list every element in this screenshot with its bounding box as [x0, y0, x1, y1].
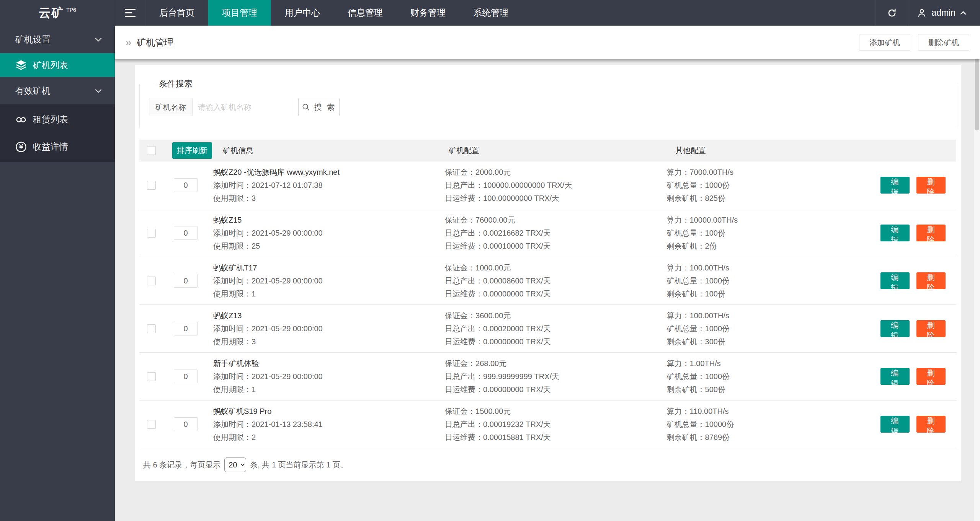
logo-text: 云矿 [39, 5, 64, 21]
nav-item[interactable]: 项目管理 [208, 0, 271, 26]
sort-order-input[interactable] [174, 322, 198, 335]
sort-refresh-button[interactable]: 排序刷新 [172, 142, 212, 159]
daily-fee-label: 日运维费： [445, 385, 483, 394]
other-config-cell: 算力：1.00TH/s 矿机总量：1000份 剩余矿机：500份 [667, 357, 880, 396]
group-label: 矿机设置 [15, 34, 51, 46]
sort-order-input[interactable] [174, 274, 198, 288]
daily-fee-value: 100.00000000 TRX/天 [483, 194, 559, 202]
daily-output-line: 日总产出：999.99999999 TRX/天 [445, 370, 667, 383]
hashrate-label: 算力： [667, 264, 690, 272]
edit-button[interactable]: 编辑 [880, 272, 910, 289]
remaining-line: 剩余矿机：500份 [667, 383, 880, 396]
sidebar-item-lease-list[interactable]: 租赁列表 [0, 106, 115, 133]
sort-order-input[interactable] [174, 178, 198, 192]
machine-name-input[interactable] [193, 98, 291, 116]
use-period-value: 2 [252, 433, 256, 441]
machine-table: 排序刷新 矿机信息 矿机配置 其他配置 蚂蚁Z20 -优选源码库 www.yxy… [139, 140, 956, 448]
daily-fee-line: 日运维费：0.00015881 TRX/天 [445, 431, 667, 444]
delete-machine-button[interactable]: 删除矿机 [918, 34, 969, 51]
logo-badge: TP6 [66, 7, 76, 13]
remaining-value: 100份 [705, 290, 725, 298]
user-menu[interactable]: admin [908, 0, 980, 26]
refresh-button[interactable] [876, 0, 908, 26]
sort-order-input[interactable] [174, 417, 198, 431]
deposit-value: 1500.00元 [475, 407, 511, 415]
deposit-label: 保证金： [445, 407, 475, 415]
delete-button[interactable]: 删除 [916, 368, 946, 385]
sort-order-input[interactable] [174, 370, 198, 383]
machine-info-cell: 蚂蚁Z20 -优选源码库 www.yxymk.net 添加时间：2021-07-… [213, 166, 445, 205]
row-actions: 编辑 删除 [880, 416, 946, 433]
daily-fee-line: 日运维费：100.00000000 TRX/天 [445, 192, 667, 205]
other-config-cell: 算力：110.00TH/s 矿机总量：10000份 剩余矿机：8769份 [667, 405, 880, 444]
row-checkbox[interactable] [147, 181, 156, 190]
delete-button[interactable]: 删除 [916, 416, 946, 433]
row-checkbox[interactable] [147, 420, 156, 429]
page-size-select[interactable]: 20 [224, 458, 246, 472]
daily-output-value: 0.00020000 TRX/天 [483, 324, 551, 333]
add-machine-button[interactable]: 添加矿机 [859, 34, 910, 51]
machine-config-cell: 保证金：2000.00元 日总产出：100000.00000000 TRX/天 … [445, 166, 667, 205]
sidebar-item-machine-list[interactable]: 矿机列表 [0, 53, 115, 77]
added-time-label: 添加时间： [213, 420, 252, 428]
edit-button[interactable]: 编辑 [880, 320, 910, 337]
daily-output-value: 100000.00000000 TRX/天 [483, 181, 572, 189]
deposit-line: 保证金：1500.00元 [445, 405, 667, 418]
sidebar-group-machine-settings[interactable]: 矿机设置 [0, 26, 115, 53]
hashrate-label: 算力： [667, 216, 690, 224]
remaining-line: 剩余矿机：8769份 [667, 431, 880, 444]
daily-fee-line: 日运维费：0.00000000 TRX/天 [445, 383, 667, 396]
machine-name: 新手矿机体验 [213, 357, 445, 370]
use-period-value: 1 [252, 290, 256, 298]
search-panel-title: 条件搜索 [155, 78, 196, 90]
deposit-value: 268.00元 [475, 359, 506, 368]
deposit-line: 保证金：2000.00元 [445, 166, 667, 179]
machine-info-cell: 新手矿机体验 添加时间：2021-05-29 00:00:00 使用期限：1 [213, 357, 445, 396]
nav-item[interactable]: 系统管理 [459, 0, 522, 26]
select-all-checkbox[interactable] [147, 146, 156, 155]
row-checkbox[interactable] [147, 277, 156, 285]
total-line: 矿机总量：1000份 [667, 274, 880, 287]
total-label: 矿机总量： [667, 420, 705, 428]
deposit-label: 保证金： [445, 264, 475, 272]
edit-button[interactable]: 编辑 [880, 177, 910, 194]
hashrate-value: 7000.00TH/s [690, 168, 734, 176]
content-area: 条件搜索 矿机名称 搜 索 排序刷新 矿机信息 矿机配 [115, 59, 980, 521]
sort-order-input[interactable] [174, 226, 198, 240]
row-checkbox[interactable] [147, 372, 156, 381]
daily-fee-value: 0.00010000 TRX/天 [483, 242, 551, 250]
edit-button[interactable]: 编辑 [880, 225, 910, 241]
row-actions: 编辑 删除 [880, 225, 946, 241]
row-checkbox[interactable] [147, 229, 156, 238]
delete-button[interactable]: 删除 [916, 320, 946, 337]
search-button[interactable]: 搜 索 [298, 98, 340, 116]
row-checkbox[interactable] [147, 324, 156, 333]
yen-icon: ¥ [15, 141, 27, 153]
delete-button[interactable]: 删除 [916, 225, 946, 241]
row-actions: 编辑 删除 [880, 272, 946, 289]
vertical-scrollbar[interactable] [973, 26, 980, 521]
delete-button[interactable]: 删除 [916, 272, 946, 289]
sidebar-item-profit-detail[interactable]: ¥ 收益详情 [0, 133, 115, 160]
daily-fee-value: 0.00000000 TRX/天 [483, 337, 551, 346]
total-value: 100份 [705, 229, 725, 237]
nav-item[interactable]: 用户中心 [271, 0, 334, 26]
user-icon [916, 7, 928, 19]
machine-info-cell: 蚂蚁Z13 添加时间：2021-05-29 00:00:00 使用期限：3 [213, 309, 445, 348]
collapse-menu-icon[interactable] [115, 0, 145, 26]
nav-item[interactable]: 财务管理 [397, 0, 459, 26]
edit-button[interactable]: 编辑 [880, 368, 910, 385]
search-panel: 条件搜索 矿机名称 搜 索 [139, 78, 956, 128]
refresh-icon [886, 7, 898, 19]
nav-item[interactable]: 信息管理 [334, 0, 397, 26]
use-period-label: 使用期限： [213, 290, 252, 298]
hashrate-value: 110.00TH/s [690, 407, 729, 415]
delete-button[interactable]: 删除 [916, 177, 946, 194]
search-button-label: 搜 索 [314, 102, 336, 112]
use-period-line: 使用期限：2 [213, 431, 445, 444]
edit-button[interactable]: 编辑 [880, 416, 910, 433]
column-other-config: 其他配置 [675, 145, 956, 156]
nav-item[interactable]: 后台首页 [145, 0, 208, 26]
sidebar-group-active-machines[interactable]: 有效矿机 [0, 77, 115, 104]
machine-config-cell: 保证金：1000.00元 日总产出：0.00008600 TRX/天 日运维费：… [445, 261, 667, 300]
